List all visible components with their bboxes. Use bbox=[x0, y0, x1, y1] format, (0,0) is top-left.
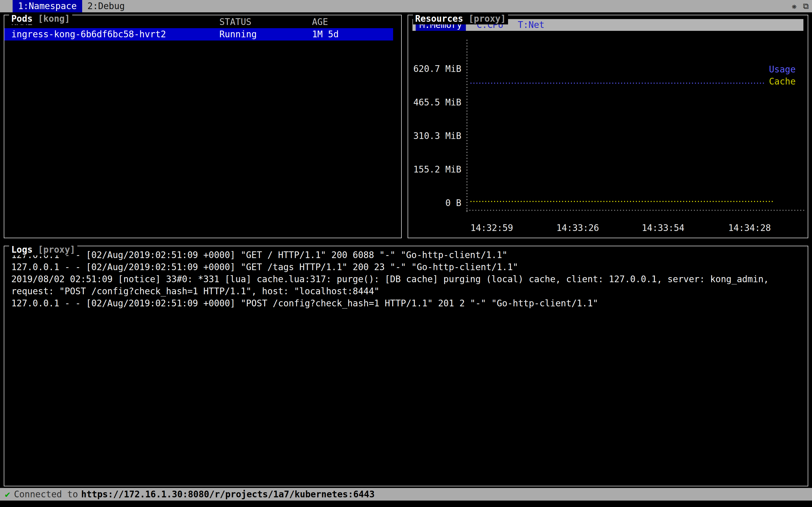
x-axis-baseline bbox=[466, 210, 806, 211]
logs-container-label: [proxy] bbox=[38, 244, 75, 255]
status-text: Connected to bbox=[14, 488, 78, 501]
pod-row-selected[interactable]: ingress-kong-6b6df6bc58-hvrt2 Running 1M… bbox=[4, 28, 393, 41]
pods-panel-title: Pods [kong] bbox=[9, 13, 72, 24]
y-tick-3: 155.2 MiB bbox=[408, 163, 461, 175]
pods-namespace-label: [kong] bbox=[38, 13, 70, 24]
topbar-spacer bbox=[130, 0, 789, 12]
resources-panel: Resources [proxy] M:Memory C:CPU T:Net 6… bbox=[408, 15, 808, 238]
log-line: 2019/08/02 02:51:09 [notice] 33#0: *331 … bbox=[11, 273, 802, 285]
resources-panel-title: Resources [proxy] bbox=[413, 13, 508, 24]
pods-panel: Pods [kong] NAME STATUS AGE ingress-kong… bbox=[4, 15, 402, 238]
column-age: AGE bbox=[312, 16, 401, 28]
logs-title-text: Logs bbox=[11, 244, 33, 255]
y-tick-4: 0 B bbox=[408, 197, 461, 209]
logs-body: 127.0.0.1 - - [02/Aug/2019:02:51:09 +000… bbox=[4, 246, 808, 309]
legend-cache: Cache bbox=[769, 75, 796, 88]
y-tick-2: 310.3 MiB bbox=[408, 130, 461, 142]
usage-series-line bbox=[470, 82, 765, 84]
resources-container-label: [proxy] bbox=[468, 13, 506, 24]
x-tick-2: 14:33:54 bbox=[642, 222, 684, 234]
status-bar: ✔ Connected to https://172.16.1.30:8080/… bbox=[0, 488, 812, 501]
log-line: 127.0.0.1 - - [02/Aug/2019:02:51:09 +000… bbox=[11, 297, 802, 309]
tab-net[interactable]: T:Net bbox=[514, 19, 548, 31]
gear-icon[interactable]: ❋ bbox=[789, 0, 800, 12]
main-row: Pods [kong] NAME STATUS AGE ingress-kong… bbox=[4, 15, 808, 238]
y-tick-1: 465.5 MiB bbox=[408, 96, 461, 108]
check-icon: ✔ bbox=[5, 488, 10, 501]
logs-panel: Logs [proxy] 127.0.0.1 - - [02/Aug/2019:… bbox=[4, 246, 808, 486]
legend-usage: Usage bbox=[769, 63, 796, 75]
pod-name: ingress-kong-6b6df6bc58-hvrt2 bbox=[11, 28, 219, 41]
pod-age: 1M 5d bbox=[312, 28, 393, 41]
column-status: STATUS bbox=[219, 16, 312, 28]
x-tick-1: 14:33:26 bbox=[556, 222, 599, 234]
resources-title-text: Resources bbox=[415, 13, 463, 24]
y-tick-0: 620.7 MiB bbox=[408, 63, 461, 75]
window-icon[interactable]: ⧉ bbox=[800, 0, 812, 12]
log-line: request: "POST /config?check_hash=1 HTTP… bbox=[11, 285, 802, 297]
pod-status: Running bbox=[219, 28, 312, 41]
tab-debug[interactable]: 2:Debug bbox=[82, 0, 130, 12]
pods-title-text: Pods bbox=[11, 13, 33, 24]
y-axis-line bbox=[466, 40, 467, 214]
top-tab-bar: 1:Namespace 2:Debug ❋ ⧉ bbox=[0, 0, 812, 12]
tab-namespace[interactable]: 1:Namespace bbox=[13, 0, 82, 12]
log-line: 127.0.0.1 - - [02/Aug/2019:02:51:09 +000… bbox=[11, 261, 802, 273]
log-line: 127.0.0.1 - - [02/Aug/2019:02:51:09 +000… bbox=[11, 249, 802, 261]
cluster-url: https://172.16.1.30:8080/r/projects/1a7/… bbox=[81, 488, 374, 501]
x-tick-0: 14:32:59 bbox=[470, 222, 513, 234]
topbar-lead-spacer bbox=[0, 0, 13, 12]
logs-panel-title: Logs [proxy] bbox=[9, 244, 77, 256]
cache-series-line bbox=[470, 201, 773, 202]
x-tick-3: 14:34:28 bbox=[728, 222, 771, 234]
